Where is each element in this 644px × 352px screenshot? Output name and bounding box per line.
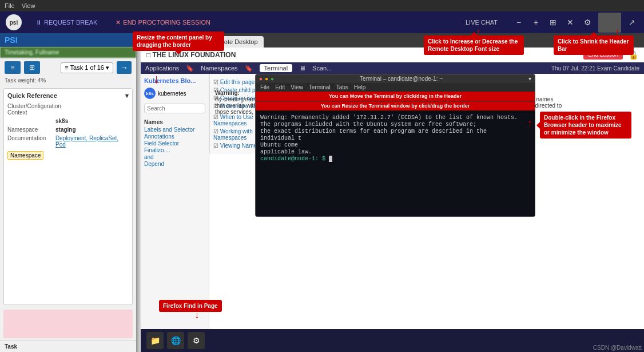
timetaking-header: Timetaking, Fullname <box>0 47 136 58</box>
terminal-icon: 🖥 <box>299 65 305 72</box>
terminal-close[interactable]: ● <box>259 76 263 82</box>
dblclick-arrow: ↑ <box>527 117 532 129</box>
sidebar-annotations-link[interactable]: Annotations <box>144 133 205 140</box>
live-chat-label: LIVE CHAT <box>466 19 498 26</box>
cluster-row: Cluster/Configuration Context <box>7 103 129 116</box>
kubernetes-icon: k8s <box>144 88 156 99</box>
terminal-content[interactable]: Warning: Permanently added '172.31.2.7' … <box>256 110 535 216</box>
sidebar-labels-link[interactable]: Labels and Selector <box>144 126 205 133</box>
k8s-logo: k8s kubernetes <box>144 88 205 99</box>
main-area: PSI Timetaking, Fullname ≡ ⊞ ≡ Task 1 of… <box>0 33 644 352</box>
datetime-display: Thu 07 Jul, 22:21 Exam Candidate <box>551 65 639 72</box>
quick-ref-header: Quick Reference ▾ <box>7 92 129 100</box>
grid-icon-button[interactable]: ⊞ <box>24 61 40 74</box>
window-icon[interactable]: ⊞ <box>547 16 559 29</box>
psi-brand: PSI <box>5 35 18 45</box>
task-label: Task <box>0 341 136 352</box>
terminal-line-1: Warning: Permanently added '172.31.2.7' … <box>260 114 530 121</box>
dblclick-callout: Double-click in the Firefox Browser head… <box>540 112 631 139</box>
shrink-header-callout: Click to Shrink the Header Bar <box>554 35 634 55</box>
terminal-line-4: the exact distribution terms for each pr… <box>260 128 530 135</box>
terminal-title: Terminal – candidate@node-1: ~ <box>276 76 526 82</box>
shrink-arrow: ↑ <box>615 26 620 38</box>
terminal-line-8: applicable law. <box>260 149 530 155</box>
app-scan[interactable]: Scan... <box>312 65 332 72</box>
left-controls: ≡ ⊞ ≡ Task 1 of 16 ▾ → <box>0 58 136 77</box>
blurred-section <box>3 310 133 338</box>
maximize-button[interactable]: + <box>530 16 542 29</box>
namespace-row: Namespace staging <box>7 126 129 133</box>
app-namespaces[interactable]: Namespaces <box>201 65 237 72</box>
app-applications[interactable]: Applications <box>145 65 179 72</box>
taskbar-icon-2[interactable]: 🌐 <box>167 332 184 349</box>
terminal-titlebar[interactable]: ● ● ● Terminal – candidate@node-1: ~ ▾ <box>256 74 535 83</box>
font-arrow: ↑ <box>476 26 481 38</box>
quick-reference-panel: Quick Reference ▾ Cluster/Configuration … <box>3 88 133 305</box>
cluster-value-row: sk8s <box>7 118 129 124</box>
term-menu-view[interactable]: View <box>291 84 303 90</box>
task-selector[interactable]: ≡ Task 1 of 16 ▾ <box>61 62 113 73</box>
move-terminal-callout: You can Move the Terminal by click/drag … <box>256 92 535 101</box>
app-bar: Applications 🔖 Namespaces 🔖 Terminal 🖥 S… <box>141 62 644 74</box>
term-menu-tabs[interactable]: Tabs <box>336 84 348 90</box>
firefox-find-callout: Firefox Find in Page <box>159 300 222 312</box>
expand-icon[interactable]: ↗ <box>626 16 638 29</box>
terminal-line-5: individual t <box>260 135 530 141</box>
menu-file[interactable]: File <box>5 2 15 9</box>
term-menu-terminal[interactable]: Terminal <box>309 84 331 90</box>
taskbar-icon-3[interactable]: ⚙ <box>188 332 205 349</box>
sidebar-depend-link[interactable]: Depend <box>144 161 205 167</box>
sidebar-field-selector-link[interactable]: Field Selector <box>144 140 205 147</box>
terminal-minimize[interactable]: ● <box>265 76 268 82</box>
psi-logo: psi <box>6 14 22 30</box>
left-panel: PSI Timetaking, Fullname ≡ ⊞ ≡ Task 1 of… <box>0 33 137 352</box>
taskbar: 📁 🌐 ⚙ <box>141 329 644 352</box>
app-terminal[interactable]: Terminal <box>260 64 293 72</box>
terminal-menu-bar: File Edit View Terminal Tabs Help <box>256 83 535 92</box>
close-icon: ✕ <box>116 19 121 26</box>
resize-panel-callout: Resize the content panel by dragging the… <box>133 31 224 51</box>
list-icon-button[interactable]: ≡ <box>5 61 21 74</box>
menu-bar: File View <box>0 0 644 11</box>
left-panel-header: PSI <box>0 33 136 47</box>
sidebar-finalizers-link[interactable]: Finalizo.... <box>144 147 205 153</box>
namespace-badge: Namespace <box>7 151 43 160</box>
minimize-button[interactable]: − <box>512 16 525 29</box>
terminal-maximize[interactable]: ● <box>271 76 274 82</box>
next-task-button[interactable]: → <box>117 61 132 74</box>
lf-logo: □ THE LINUX FOUNDATION <box>146 51 236 59</box>
terminal-line-3: The programs included with the Ubuntu sy… <box>260 121 530 128</box>
terminal-window[interactable]: ● ● ● Terminal – candidate@node-1: ~ ▾ F… <box>255 74 535 217</box>
find-arrow: ↓ <box>194 310 199 321</box>
settings-icon[interactable]: ⚙ <box>581 16 594 29</box>
term-menu-edit[interactable]: Edit <box>275 84 285 90</box>
watermark: CSDN @Davidwatt <box>593 345 642 351</box>
terminal-prompt[interactable]: candidate@node-1: $ <box>260 156 530 162</box>
term-menu-file[interactable]: File <box>260 84 269 90</box>
taskbar-icon-1[interactable]: 📁 <box>146 332 164 349</box>
term-menu-help[interactable]: Help <box>354 84 366 90</box>
task-weight: Task weight: 4% <box>0 77 136 86</box>
menu-view[interactable]: View <box>22 2 35 9</box>
terminal-line-7: Ubuntu come <box>260 142 530 148</box>
resize-arrow: ↓ <box>153 72 160 86</box>
pause-icon: ⏸ <box>35 19 42 26</box>
sidebar-and-link[interactable]: and <box>144 154 205 160</box>
end-session-button[interactable]: ✕ END PROCTORING SESSION <box>111 17 215 28</box>
pause-button[interactable]: ⏸ REQUEST BREAK <box>31 17 102 27</box>
psi-toolbar: psi ⏸ REQUEST BREAK ✕ END PROCTORING SES… <box>0 11 644 33</box>
terminal-collapse[interactable]: ▾ <box>528 76 531 82</box>
resize-terminal-callout: You can Resize the Terminal window by cl… <box>256 101 535 110</box>
documentation-row: Documentation Deployment, ReplicaSet, Po… <box>7 135 129 148</box>
font-size-callout: Click to Increase or Decrease the Remote… <box>424 35 524 55</box>
k8s-search-input[interactable] <box>144 104 205 113</box>
resize-icon[interactable]: ✕ <box>564 16 577 29</box>
names-section-title: Names <box>144 119 205 125</box>
